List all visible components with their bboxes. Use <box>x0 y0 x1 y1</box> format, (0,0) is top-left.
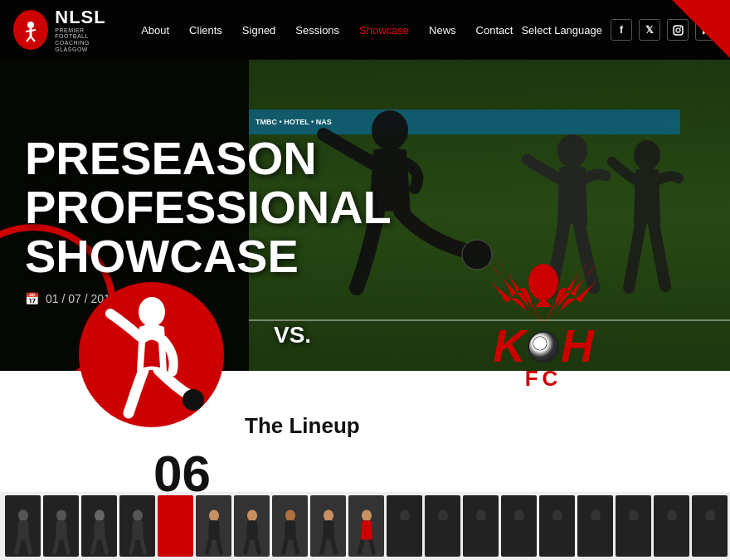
svg-point-18 <box>18 510 28 522</box>
svg-point-25 <box>324 510 333 522</box>
player-thumb-3[interactable] <box>81 495 117 557</box>
svg-point-13 <box>634 140 660 170</box>
svg-point-12 <box>557 134 587 168</box>
svg-point-35 <box>705 510 715 522</box>
player-thumb-2[interactable] <box>43 495 79 557</box>
svg-point-21 <box>133 510 143 522</box>
home-team-logo <box>79 282 224 427</box>
svg-point-31 <box>552 510 562 522</box>
lineup-label: The Lineup <box>245 413 360 439</box>
svg-point-33 <box>629 510 639 522</box>
svg-point-19 <box>56 510 66 522</box>
hero-text: PRESEASON PROFESSIONAL SHOWCASE 📅 01 / 0… <box>25 134 523 305</box>
player-thumb-11[interactable] <box>387 495 422 557</box>
player-thumb-12[interactable] <box>425 495 460 557</box>
nav-showcase[interactable]: Showcase <box>351 21 417 40</box>
facebook-icon[interactable]: f <box>611 19 632 41</box>
svg-point-16 <box>528 264 558 300</box>
nav-contact[interactable]: Contact <box>468 21 522 40</box>
nav-sessions[interactable]: Sessions <box>287 21 348 40</box>
svg-point-14 <box>139 297 165 327</box>
player-thumb-15[interactable] <box>539 495 575 557</box>
svg-point-29 <box>476 510 486 522</box>
player-thumb-4[interactable] <box>119 495 155 557</box>
nav-links: About Clients Signed Sessions Showcase N… <box>133 21 521 40</box>
svg-point-24 <box>285 510 295 522</box>
player-thumb-6[interactable] <box>196 495 231 557</box>
player-thumb-10[interactable] <box>348 495 384 557</box>
player-thumb-17[interactable] <box>616 495 651 557</box>
twitter-icon[interactable]: 𝕏 <box>639 19 660 41</box>
vs-label: VS. <box>274 322 311 348</box>
player-kicker-icon <box>94 289 210 421</box>
koh-fc-text: FC <box>525 366 562 392</box>
svg-point-15 <box>182 389 204 411</box>
player-thumb-8[interactable] <box>272 495 308 557</box>
calendar-icon: 📅 <box>25 292 39 305</box>
svg-point-26 <box>362 510 372 522</box>
player-thumb-red[interactable] <box>158 495 193 557</box>
svg-point-32 <box>591 510 601 522</box>
player-thumb-16[interactable] <box>577 495 613 557</box>
corner-decoration <box>672 0 730 58</box>
svg-point-30 <box>514 510 524 522</box>
player-thumb-14[interactable] <box>501 495 537 557</box>
hero-title: PRESEASON PROFESSIONAL SHOWCASE <box>25 134 523 280</box>
player-thumb-7[interactable] <box>234 495 270 557</box>
player-thumb-9[interactable] <box>310 495 346 557</box>
svg-point-22 <box>209 510 219 522</box>
koh-ball <box>528 331 559 363</box>
logo-text: NLSL PREMIER FOOTBALL COACHING GLASGOW <box>55 7 116 53</box>
language-selector[interactable]: Select Language <box>521 24 602 37</box>
svg-point-27 <box>400 510 410 522</box>
navigation: NLSL PREMIER FOOTBALL COACHING GLASGOW A… <box>0 0 730 60</box>
site-logo[interactable]: NLSL PREMIER FOOTBALL COACHING GLASGOW <box>13 7 116 53</box>
nav-news[interactable]: News <box>421 21 465 40</box>
away-team-logo: K H FC <box>473 257 614 392</box>
player-thumb-1[interactable] <box>5 495 41 557</box>
player-thumb-18[interactable] <box>654 495 689 557</box>
player-thumb-19[interactable] <box>692 495 728 557</box>
player-thumb-13[interactable] <box>463 495 499 557</box>
players-thumbnail-row <box>0 492 730 560</box>
svg-point-20 <box>95 510 105 522</box>
svg-point-23 <box>247 510 257 522</box>
nav-clients[interactable]: Clients <box>181 21 231 40</box>
svg-point-1 <box>27 22 34 28</box>
nav-about[interactable]: About <box>133 21 178 40</box>
nav-signed[interactable]: Signed <box>234 21 284 40</box>
koh-text-row: K H <box>493 324 593 369</box>
svg-point-28 <box>438 510 448 522</box>
logo-icon <box>13 10 48 50</box>
svg-point-34 <box>667 510 677 522</box>
